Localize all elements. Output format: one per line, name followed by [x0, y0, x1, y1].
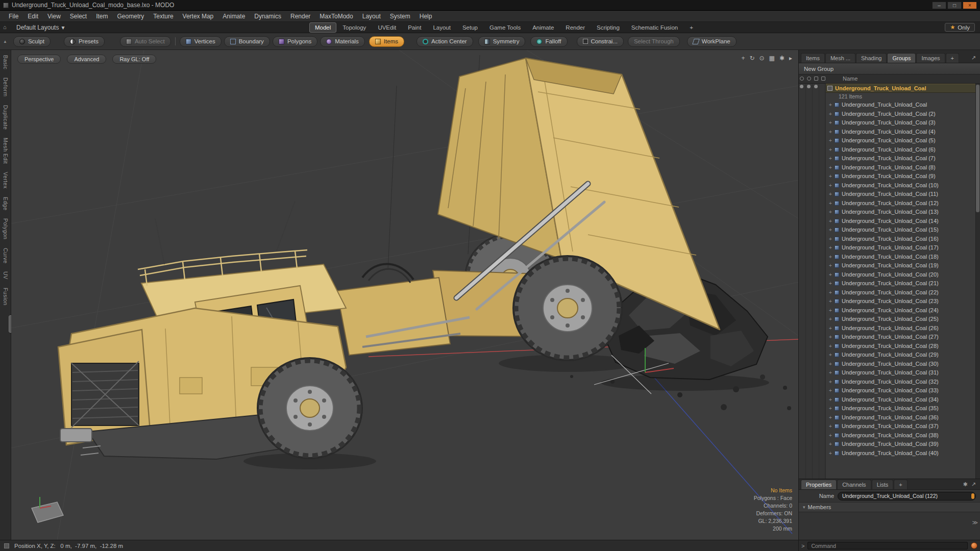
panel-tab[interactable]: Shading [856, 53, 887, 63]
visibility-column-icon[interactable] [800, 77, 804, 81]
name-column-header[interactable]: Name [843, 76, 857, 82]
tree-item-row[interactable]: + Underground_Truck_Unload_Coal (24) [799, 306, 980, 315]
menu-item[interactable]: Render [286, 11, 315, 21]
expand-icon[interactable]: + [827, 413, 834, 422]
expand-icon[interactable]: + [827, 324, 834, 333]
more-panels-icon[interactable]: ≫ [972, 519, 978, 526]
menu-item[interactable]: Vertex Map [178, 11, 218, 21]
expand-icon[interactable]: + [827, 110, 834, 119]
menu-item[interactable]: Item [91, 11, 112, 21]
panel-tab[interactable]: Images [916, 53, 945, 63]
menu-item[interactable]: View [43, 11, 65, 21]
items-button[interactable]: Items [369, 36, 404, 47]
vertices-button[interactable]: Vertices [180, 36, 222, 47]
menu-item[interactable]: Geometry [113, 11, 149, 21]
expand-icon[interactable]: + [827, 378, 834, 387]
properties-tab[interactable]: Properties [801, 480, 837, 489]
menu-item[interactable]: Select [65, 11, 91, 21]
tree-item-row[interactable]: + Underground_Truck_Unload_Coal (16) [799, 235, 980, 244]
tree-item-row[interactable]: + Underground_Truck_Unload_Coal (8) [799, 163, 980, 172]
tree-item-row[interactable]: + Underground_Truck_Unload_Coal (30) [799, 360, 980, 369]
materials-button[interactable]: Materials [320, 36, 365, 47]
auto-select-button[interactable]: Auto Select [120, 36, 171, 47]
expand-icon[interactable]: + [827, 297, 834, 306]
tree-item-row[interactable]: + Underground_Truck_Unload_Coal (23) [799, 297, 980, 306]
settings-icon[interactable]: ✱ [779, 55, 785, 62]
tree-item-row[interactable]: + Underground_Truck_Unload_Coal (31) [799, 368, 980, 378]
tool-tab[interactable]: Edge [3, 197, 9, 211]
group-visibility-icons[interactable] [800, 85, 818, 88]
lock-column-icon[interactable] [814, 77, 818, 81]
tree-item-row[interactable]: + Underground_Truck_Unload_Coal (26) [799, 324, 980, 333]
tree-item-row[interactable]: + Underground_Truck_Unload_Coal (7) [799, 154, 980, 163]
tree-item-row[interactable]: + Underground_Truck_Unload_Coal (32) [799, 378, 980, 387]
expand-icon[interactable]: + [827, 342, 834, 351]
tree-scrollbar[interactable] [975, 84, 980, 479]
tree-item-row[interactable]: + Underground_Truck_Unload_Coal (17) [799, 243, 980, 253]
toolbar-collapse-icon[interactable]: ▲ [3, 39, 7, 44]
tool-tab[interactable]: Mesh Edit [3, 138, 9, 164]
expand-icon[interactable]: + [827, 243, 834, 253]
layout-tab[interactable]: Scripting [591, 22, 625, 33]
panel-tab[interactable]: Items [801, 53, 825, 63]
default-layouts-dropdown[interactable]: Default Layouts ▾ [13, 23, 67, 32]
tree-item-row[interactable]: + Underground_Truck_Unload_Coal (5) [799, 136, 980, 145]
tool-tab[interactable]: Deform [3, 78, 9, 96]
expand-icon[interactable]: + [827, 199, 834, 208]
pan-icon[interactable]: + [741, 55, 745, 62]
expand-icon[interactable]: + [827, 172, 834, 181]
tree-item-row[interactable]: + Underground_Truck_Unload_Coal (35) [799, 404, 980, 413]
menu-item[interactable]: Edit [23, 11, 43, 21]
orbit-icon[interactable]: ↻ [749, 55, 754, 62]
menu-item[interactable]: MaxToModo [315, 11, 357, 21]
tree-item-row[interactable]: + Underground_Truck_Unload_Coal (6) [799, 145, 980, 155]
expand-icon[interactable]: + [827, 386, 834, 395]
panel-tab[interactable]: + [946, 53, 959, 63]
close-button[interactable]: × [963, 2, 977, 9]
minimize-button[interactable]: – [932, 2, 946, 9]
more-icon[interactable]: ▸ [789, 55, 792, 62]
viewport-mode-button[interactable]: Advanced [67, 55, 106, 64]
layout-tab[interactable]: Topology [337, 22, 372, 33]
expand-icon[interactable]: + [827, 128, 834, 137]
layout-tab[interactable]: Game Tools [484, 22, 526, 33]
gear-icon[interactable]: ✱ [963, 481, 968, 488]
expand-icon[interactable]: + [827, 181, 834, 190]
tree-item-row[interactable]: + Underground_Truck_Unload_Coal (29) [799, 350, 980, 360]
zoom-icon[interactable]: ⊙ [760, 55, 765, 62]
select-through-button[interactable]: Select Through [628, 36, 680, 47]
expand-icon[interactable]: + [827, 440, 834, 449]
tree-item-row[interactable]: + Underground_Truck_Unload_Coal (13) [799, 208, 980, 217]
expand-icon[interactable]: + [827, 279, 834, 288]
properties-tab[interactable]: Lists [872, 480, 894, 489]
tool-tab[interactable]: Fusion [3, 288, 9, 306]
tree-item-row[interactable]: + Underground_Truck_Unload_Coal (11) [799, 190, 980, 199]
tree-item-row[interactable]: + Underground_Truck_Unload_Coal (20) [799, 270, 980, 280]
panel-expand-icon[interactable]: ↗ [971, 55, 978, 63]
layout-tab[interactable]: Schematic Fusion [626, 22, 683, 33]
tool-tab[interactable]: Vertex [3, 172, 9, 189]
tool-tab[interactable]: Basic [3, 55, 9, 69]
menu-item[interactable]: File [4, 11, 23, 21]
layout-tab[interactable]: Layout [427, 22, 456, 33]
expand-icon[interactable]: + [827, 136, 834, 145]
expand-icon[interactable]: + [827, 226, 834, 235]
panel-tab[interactable]: Groups [887, 53, 916, 63]
tree-item-row[interactable]: + Underground_Truck_Unload_Coal (19) [799, 261, 980, 270]
expand-icon[interactable]: + [827, 208, 834, 217]
tool-tab[interactable]: UV [3, 271, 9, 280]
menu-item[interactable]: System [385, 11, 415, 21]
only-toggle[interactable]: ★ Only [945, 23, 975, 32]
expand-icon[interactable]: + [827, 261, 834, 270]
polygons-button[interactable]: Polygons [273, 36, 317, 47]
sculpt-button[interactable]: Sculpt [13, 36, 51, 47]
expand-icon[interactable]: + [827, 190, 834, 199]
boundary-button[interactable]: Boundary [224, 36, 270, 47]
constraints-button[interactable]: Constrai... [577, 36, 624, 47]
tree-item-row[interactable]: + Underground_Truck_Unload_Coal (25) [799, 315, 980, 324]
tool-tab[interactable]: Duplicate [3, 105, 9, 130]
expand-icon[interactable]: + [827, 350, 834, 360]
tree-item-row[interactable]: + Underground_Truck_Unload_Coal (21) [799, 279, 980, 288]
layout-tab[interactable]: Paint [402, 22, 427, 33]
viewport-mode-button[interactable]: Perspective [17, 55, 61, 64]
